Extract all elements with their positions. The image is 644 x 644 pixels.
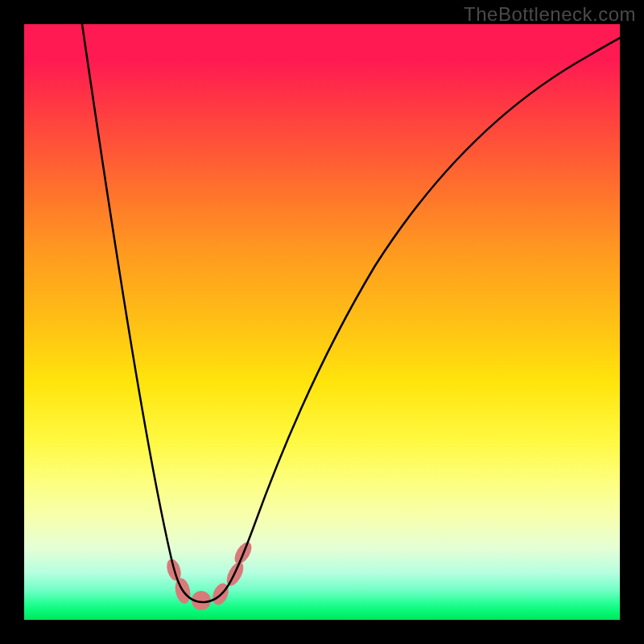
bottleneck-curve [82,24,620,602]
watermark-text: TheBottleneck.com [464,3,636,26]
highlight-markers [164,539,255,610]
chart-svg [24,24,620,620]
plot-area [24,24,620,620]
chart-frame: TheBottleneck.com [0,0,644,644]
